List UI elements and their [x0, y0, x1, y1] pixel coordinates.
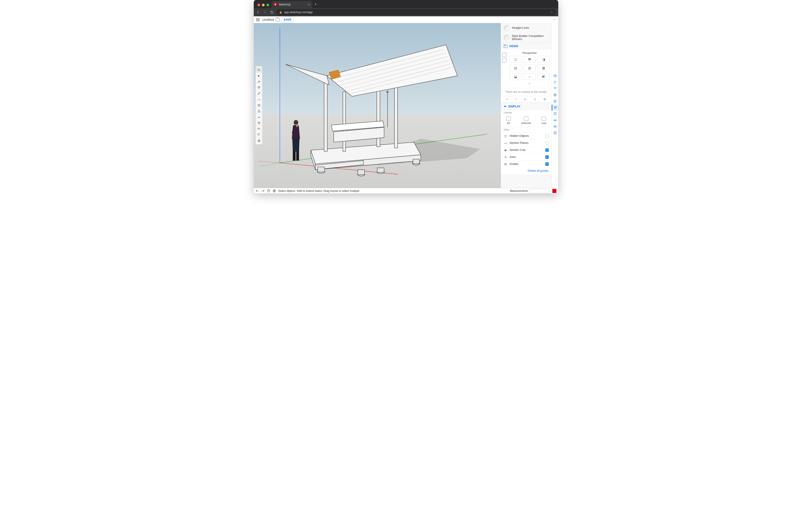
window-controls[interactable] [256, 4, 271, 8]
expand-views-icon[interactable]: ⌄ [510, 80, 550, 86]
offset-tool-icon[interactable] [256, 114, 262, 120]
new-tab-button[interactable]: + [312, 2, 319, 8]
display-option-row[interactable]: ⊞ Guides ✓ [501, 160, 551, 168]
close-tab-icon[interactable]: × [308, 3, 310, 6]
display-option-row[interactable]: ◫ Hidden Objects [501, 132, 551, 139]
display-icon: ⚭ [504, 104, 506, 109]
option-icon: ⊞ [504, 162, 507, 166]
eraser-tool-icon[interactable] [256, 79, 262, 85]
views-panel-header[interactable]: VIEWS [501, 42, 551, 50]
outliner-tray-icon[interactable] [552, 130, 558, 136]
display-panel-header[interactable]: ⚭ DISPLAY [501, 102, 551, 110]
scene-settings-icon[interactable]: ⚙ [543, 97, 546, 101]
redo-icon[interactable] [261, 189, 265, 192]
svg-rect-35 [258, 134, 259, 135]
components-tray-icon[interactable] [552, 86, 558, 92]
option-checkbox[interactable]: ✓ [545, 155, 549, 159]
option-label: Guides [510, 162, 519, 165]
entity-info-tray-icon[interactable] [552, 73, 558, 79]
left-view-icon[interactable]: ▦ [538, 65, 550, 71]
option-label: Section Planes [510, 141, 528, 145]
tab-title: SketchUp [279, 3, 290, 6]
tape-tool-icon[interactable] [256, 126, 262, 132]
sketchup-favicon-icon [274, 3, 277, 6]
text-tool-icon[interactable] [256, 132, 262, 138]
close-window-icon[interactable] [257, 4, 260, 6]
option-checkbox[interactable]: ✓ [545, 162, 549, 166]
display-tray-icon[interactable] [552, 117, 558, 123]
display-option-row[interactable]: ▭ Section Planes [501, 139, 551, 146]
unhide-all-button[interactable]: All [506, 117, 511, 124]
folder-icon[interactable] [276, 18, 280, 21]
pencil-tool-icon[interactable] [256, 91, 262, 96]
expand-panel-icon[interactable]: → [552, 18, 557, 22]
style-item[interactable]: Straight Lines [501, 23, 551, 33]
styles-tray-icon[interactable] [552, 98, 558, 104]
style-label: Style Builder Competition Winners [512, 34, 549, 41]
parallel-tab-icon[interactable] [502, 58, 506, 62]
display-option-row[interactable]: ✢ Axes ✓ [501, 153, 551, 160]
view-section-label: View [501, 127, 551, 132]
materials-tray-icon[interactable] [552, 92, 558, 98]
geo-icon[interactable] [272, 189, 276, 192]
unhide-selected-button[interactable]: Selected [521, 117, 531, 124]
back-button[interactable] [256, 10, 260, 14]
paint-tool-icon[interactable] [256, 85, 262, 91]
viewport-3d[interactable] [254, 23, 501, 188]
scale-figure [292, 120, 300, 161]
svg-point-42 [555, 120, 556, 121]
select-tool-icon[interactable] [256, 73, 262, 79]
scenes-tray-icon[interactable] [552, 111, 558, 117]
browser-tab[interactable]: SketchUp × [271, 1, 312, 8]
orbit-tool-icon[interactable] [256, 138, 262, 144]
view-icon[interactable]: ⌂ [524, 73, 536, 80]
update-scene-icon[interactable]: ⟳ [515, 97, 518, 101]
bookmark-icon[interactable]: ☆ [551, 11, 553, 14]
save-button[interactable]: SAVE [282, 17, 293, 23]
maximize-window-icon[interactable] [266, 4, 269, 6]
instructor-tray-icon[interactable] [552, 79, 558, 85]
play-scene-icon[interactable]: ▶ [524, 97, 527, 101]
minimize-window-icon[interactable] [262, 4, 265, 6]
reload-button[interactable] [270, 10, 274, 14]
forward-button[interactable] [263, 10, 267, 14]
front-view-icon[interactable]: ◨ [538, 56, 550, 63]
pushpull-tool-icon[interactable] [256, 108, 262, 114]
perspective-tab-icon[interactable] [502, 53, 506, 57]
svg-line-33 [258, 104, 260, 106]
delete-scene-icon[interactable]: 🗑 [533, 97, 536, 101]
help-icon[interactable] [267, 189, 270, 192]
back-view-icon[interactable]: ▥ [524, 65, 536, 71]
display-title: DISPLAY [509, 105, 520, 108]
add-scene-icon[interactable]: + [506, 97, 508, 101]
view-icon[interactable]: ◩ [538, 73, 550, 80]
view-mode-tabs[interactable] [501, 52, 508, 86]
arc-tool-icon[interactable] [256, 96, 262, 102]
option-checkbox[interactable] [545, 134, 549, 138]
option-label: Hidden Objects [510, 134, 529, 138]
search-tool-icon[interactable] [256, 67, 262, 73]
style-thumb-icon [504, 25, 510, 31]
view-icon[interactable]: ⬓ [510, 73, 522, 80]
unhide-last-icon [542, 117, 546, 121]
style-label: Straight Lines [512, 26, 529, 29]
option-checkbox[interactable] [545, 141, 549, 145]
svg-point-28 [258, 69, 259, 70]
top-view-icon[interactable]: ⬒ [524, 56, 536, 63]
menu-button[interactable] [255, 18, 261, 22]
right-view-icon[interactable]: ▤ [510, 65, 522, 71]
svg-rect-22 [413, 159, 419, 164]
move-tool-icon[interactable] [256, 120, 262, 126]
style-item[interactable]: Style Builder Competition Winners [501, 33, 551, 42]
rectangle-tool-icon[interactable] [256, 102, 262, 108]
layers-tray-icon[interactable] [552, 105, 558, 111]
undo-icon[interactable] [256, 189, 259, 192]
iso-view-icon[interactable]: ◫ [510, 56, 522, 63]
unhide-last-button[interactable]: Last [542, 117, 546, 124]
display-option-row[interactable]: ◆ Section Cuts ✓ [501, 146, 551, 153]
address-bar[interactable]: 🔒 app.sketchup.com/app ☆ [277, 9, 556, 15]
measurements-input[interactable] [529, 189, 550, 193]
tags-tray-icon[interactable] [552, 124, 558, 129]
option-checkbox[interactable]: ✓ [545, 148, 549, 152]
delete-guides-link[interactable]: Delete all guides [501, 168, 551, 174]
